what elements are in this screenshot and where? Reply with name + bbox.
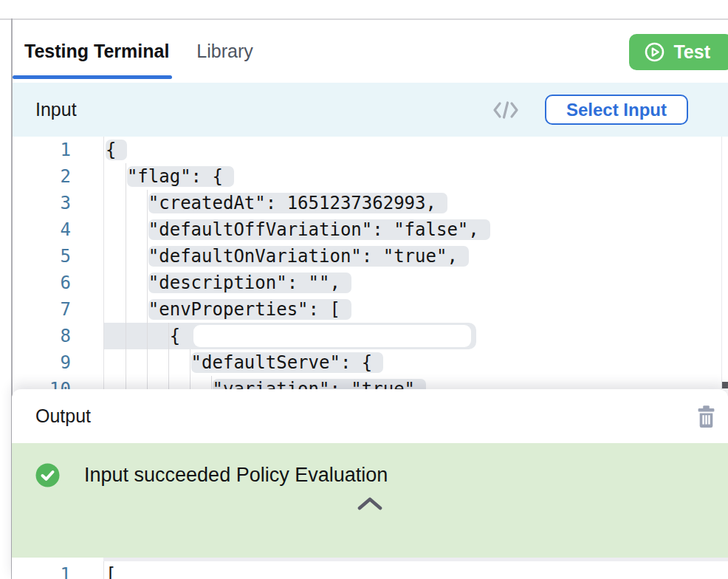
code-text: "variation": "true" (106, 376, 426, 389)
code-line[interactable]: 9 "defaultServe": { (13, 349, 728, 376)
gutter-divider (71, 137, 104, 163)
scrollbar-track[interactable] (721, 137, 722, 389)
code-text: { (106, 137, 127, 163)
result-banner-row: Input succeeded Policy Evaluation (35, 463, 728, 487)
trash-icon (695, 404, 718, 429)
code-line[interactable]: 8 { (13, 323, 728, 349)
input-section-title: Input (35, 99, 77, 120)
line-number: 9 (13, 349, 71, 376)
input-code-lines: 1{2 "flag": {3 "createdAt": 165123736299… (13, 137, 728, 389)
line-number: 4 (13, 216, 71, 243)
indent-guide (126, 163, 126, 389)
line-number: 6 (13, 270, 71, 296)
code-text: [ (106, 561, 116, 579)
tab-library-label: Library (196, 41, 253, 62)
output-section-title: Output (35, 405, 693, 427)
success-check-icon (35, 463, 60, 487)
output-panel: Output Input succeed (12, 389, 728, 579)
tab-testing-terminal[interactable]: Testing Terminal (13, 20, 172, 83)
code-text: "defaultOffVariation": "false", (106, 216, 490, 243)
gutter-divider (71, 323, 104, 349)
output-section-header: Output (12, 389, 728, 443)
gutter-divider (71, 216, 104, 243)
gutter-divider (71, 561, 104, 579)
tab-bar: Testing Terminal Library (13, 20, 728, 83)
output-code-lines: 1[ (13, 561, 728, 579)
code-line[interactable]: 2 "flag": { (13, 163, 728, 190)
code-view-icon[interactable] (492, 100, 519, 120)
code-line[interactable]: 7 "envProperties": [ (13, 296, 728, 323)
code-text: "defaultOnVariation": "true", (106, 243, 469, 270)
scrollbar-thumb[interactable] (722, 382, 728, 388)
indent-guide (168, 323, 169, 389)
gutter-divider (71, 190, 104, 216)
line-number: 3 (13, 190, 71, 216)
code-line[interactable]: 1[ (13, 561, 728, 579)
test-button-label: Test (673, 41, 710, 63)
code-line[interactable]: 4 "defaultOffVariation": "false", (13, 216, 728, 243)
indent-guide (190, 349, 190, 389)
code-line[interactable]: 5 "defaultOnVariation": "true", (13, 243, 728, 270)
output-editor-top-strip (103, 558, 728, 561)
gutter-divider (71, 270, 104, 296)
clear-output-button[interactable] (693, 402, 719, 431)
indent-guide (211, 376, 212, 389)
code-line[interactable]: 3 "createdAt": 1651237362993, (13, 190, 728, 216)
code-text: "createdAt": 1651237362993, (106, 190, 447, 216)
gutter-divider (71, 376, 104, 389)
gutter-divider (71, 243, 104, 270)
tab-testing-terminal-label: Testing Terminal (24, 41, 169, 62)
tab-library[interactable]: Library (193, 20, 255, 83)
line-number: 7 (13, 296, 71, 323)
output-code-editor[interactable]: 1[ (13, 558, 728, 579)
result-banner-message: Input succeeded Policy Evaluation (84, 464, 388, 487)
line-number: 8 (13, 323, 71, 349)
line-number: 1 (13, 137, 71, 163)
code-line[interactable]: 1{ (13, 137, 728, 163)
indent-guide (147, 190, 148, 389)
code-line[interactable]: 6 "description": "", (13, 270, 728, 296)
gutter-divider (71, 163, 104, 190)
code-text: "description": "", (106, 270, 351, 296)
play-icon (644, 41, 665, 63)
select-input-button[interactable]: Select Input (545, 95, 688, 125)
input-code-editor[interactable]: 1{2 "flag": {3 "createdAt": 165123736299… (13, 137, 728, 389)
code-text: "envProperties": [ (106, 296, 351, 323)
line-number: 2 (13, 163, 71, 190)
gutter-divider (71, 349, 104, 376)
result-banner: Input succeeded Policy Evaluation (12, 443, 728, 558)
line-number: 5 (13, 243, 71, 270)
line-number: 10 (13, 376, 71, 389)
chevron-up-icon (357, 496, 383, 511)
code-line[interactable]: 10 "variation": "true" (13, 376, 728, 389)
input-section-header: Input Select Input (13, 83, 728, 137)
test-button[interactable]: Test (629, 34, 728, 70)
collapse-banner-button[interactable] (357, 496, 383, 511)
line-number: 1 (13, 561, 71, 579)
gutter-divider (71, 296, 104, 323)
